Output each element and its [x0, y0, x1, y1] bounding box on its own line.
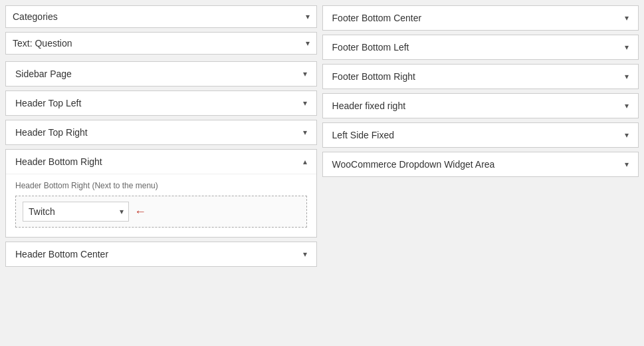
left-side-fixed-section: Left Side Fixed ▾	[322, 122, 639, 148]
header-bottom-right-section: Header Bottom Right ▴ Header Bottom Righ…	[5, 149, 317, 238]
header-bottom-center-header[interactable]: Header Bottom Center ▾	[6, 242, 316, 266]
header-fixed-right-title: Header fixed right	[332, 100, 406, 111]
header-fixed-right-header[interactable]: Header fixed right ▾	[323, 94, 638, 118]
header-top-left-section: Header Top Left ▾	[5, 90, 317, 116]
header-bottom-center-chevron-down-icon: ▾	[303, 250, 307, 259]
header-bottom-right-description: Header Bottom Right (Next to the menu)	[15, 181, 307, 190]
footer-bottom-right-title: Footer Bottom Right	[332, 71, 415, 82]
header-top-right-header[interactable]: Header Top Right ▾	[6, 120, 316, 144]
left-side-fixed-header[interactable]: Left Side Fixed ▾	[323, 123, 638, 147]
header-top-left-header[interactable]: Header Top Left ▾	[6, 91, 316, 115]
footer-bottom-center-title: Footer Bottom Center	[332, 13, 422, 23]
header-top-right-chevron-down-icon: ▾	[303, 128, 307, 137]
sidebar-page-section: Sidebar Page ▾	[5, 61, 317, 86]
footer-bottom-center-section: Footer Bottom Center ▾	[322, 5, 639, 31]
woocommerce-dropdown-section: WooCommerce Dropdown Widget Area ▾	[322, 152, 639, 177]
header-fixed-right-chevron-down-icon: ▾	[625, 101, 629, 110]
header-top-left-title: Header Top Left	[15, 98, 81, 108]
arrow-left-icon: ←	[134, 205, 146, 219]
header-bottom-right-body: Header Bottom Right (Next to the menu) T…	[6, 174, 316, 237]
twitch-widget-area: Twitch ←	[15, 196, 307, 228]
left-column: Categories Text: Question Sidebar Page ▾…	[5, 5, 322, 341]
header-bottom-center-title: Header Bottom Center	[15, 249, 108, 260]
footer-bottom-left-header[interactable]: Footer Bottom Left ▾	[323, 35, 638, 59]
woocommerce-dropdown-header[interactable]: WooCommerce Dropdown Widget Area ▾	[323, 152, 638, 176]
twitch-select-wrapper[interactable]: Twitch	[23, 202, 129, 222]
top-dropdowns: Categories Text: Question	[5, 5, 317, 55]
sidebar-page-title: Sidebar Page	[15, 69, 72, 79]
woocommerce-dropdown-title: WooCommerce Dropdown Widget Area	[332, 159, 495, 170]
sidebar-page-header[interactable]: Sidebar Page ▾	[6, 62, 316, 86]
footer-bottom-center-chevron-down-icon: ▾	[625, 13, 629, 23]
right-column: Footer Bottom Center ▾ Footer Bottom Lef…	[322, 5, 639, 341]
footer-bottom-right-chevron-down-icon: ▾	[625, 72, 629, 81]
header-bottom-center-section: Header Bottom Center ▾	[5, 242, 317, 267]
header-top-left-chevron-down-icon: ▾	[303, 98, 307, 108]
footer-bottom-left-title: Footer Bottom Left	[332, 42, 409, 53]
footer-bottom-center-header[interactable]: Footer Bottom Center ▾	[323, 6, 638, 30]
header-bottom-right-title: Header Bottom Right	[15, 156, 102, 167]
sidebar-page-chevron-down-icon: ▾	[303, 69, 307, 79]
footer-bottom-left-section: Footer Bottom Left ▾	[322, 35, 639, 60]
categories-dropdown[interactable]: Categories	[5, 5, 317, 28]
text-question-dropdown[interactable]: Text: Question	[5, 32, 317, 55]
header-bottom-right-header[interactable]: Header Bottom Right ▴	[6, 150, 316, 174]
footer-bottom-right-section: Footer Bottom Right ▾	[322, 64, 639, 89]
text-question-select[interactable]: Text: Question	[6, 33, 316, 54]
header-top-right-section: Header Top Right ▾	[5, 120, 317, 145]
woocommerce-dropdown-chevron-down-icon: ▾	[625, 160, 629, 169]
twitch-select[interactable]: Twitch	[23, 202, 129, 222]
header-top-right-title: Header Top Right	[15, 127, 88, 138]
header-fixed-right-section: Header fixed right ▾	[322, 93, 639, 118]
categories-select[interactable]: Categories	[6, 6, 316, 27]
left-side-fixed-chevron-down-icon: ▾	[625, 130, 629, 140]
footer-bottom-right-header[interactable]: Footer Bottom Right ▾	[323, 65, 638, 88]
header-bottom-right-chevron-up-icon: ▴	[303, 157, 307, 166]
footer-bottom-left-chevron-down-icon: ▾	[625, 43, 629, 52]
left-side-fixed-title: Left Side Fixed	[332, 130, 394, 140]
